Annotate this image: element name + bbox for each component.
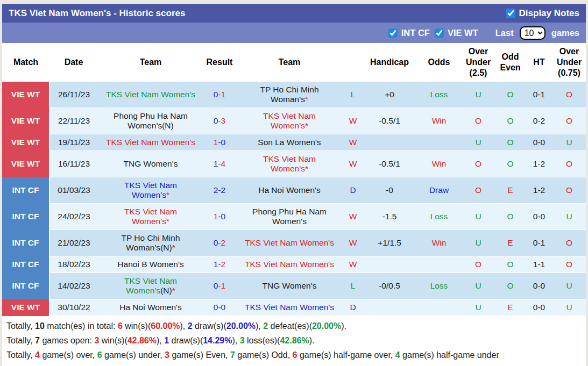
handicap-cell (363, 134, 416, 151)
team-name: Women's (132, 217, 166, 226)
over-under-075-cell: O (552, 82, 586, 108)
summary-segment: game(s) Even, (169, 350, 230, 360)
odds-result: Win (432, 116, 447, 125)
odd-even-letter: O (507, 90, 513, 99)
away-team-cell: TKS Viet Nam Women's (236, 256, 343, 273)
away-score: -3 (218, 116, 225, 125)
summary-segment: 4 (395, 350, 400, 360)
summary-segment: game(s) under, (102, 350, 165, 360)
team-name: TKS Viet Nam (263, 154, 316, 163)
outcome-cell: L (343, 82, 363, 108)
summary-segment: win(s)( (99, 336, 127, 345)
over-under-075-letter: O (566, 238, 572, 247)
over-under-25-cell: U (462, 273, 495, 299)
odds-result: Loss (430, 281, 448, 290)
col-result: Result (203, 43, 236, 82)
odd-even-letter: E (507, 303, 513, 312)
games-label: games (551, 28, 579, 38)
summary-segment: game(s) Odd, (235, 350, 293, 360)
match-league-cell: VIE WT (2, 82, 49, 108)
historic-scores-table: Match Date Team Result Team Handicap Odd… (2, 43, 586, 316)
summary-segment: match(es) in total: (45, 321, 118, 331)
match-league-cell: VIE WT (2, 108, 49, 134)
odd-even-cell: O (495, 204, 526, 230)
page-title: TKS Viet Nam Women's - Historic scores (9, 8, 185, 19)
ht-cell: 0-0 (526, 204, 552, 230)
summary-segment: Totally, (6, 350, 35, 360)
ht-cell: 0-0 (526, 299, 552, 316)
vie-wt-checkbox[interactable] (435, 28, 444, 38)
over-under-075-letter: O (566, 260, 572, 269)
away-team-cell: TKS Viet NamWomen's* (236, 108, 343, 134)
handicap-cell: -0.5/1 (363, 108, 416, 134)
page: TKS Viet Nam Women's - Historic scores D… (0, 0, 588, 366)
over-under-25-cell: O (462, 177, 495, 204)
summary-segment: 4 (35, 350, 40, 360)
summary-segment: win(s)( (123, 321, 151, 331)
table-header: Match Date Team Result Team Handicap Odd… (2, 43, 586, 82)
team-star: * (305, 164, 308, 173)
odd-even-cell: O (495, 151, 526, 177)
display-notes-toggle[interactable]: Display Notes (506, 8, 579, 19)
summary-segment: 42.86% (127, 336, 157, 345)
summary-segment: 7 (230, 350, 235, 360)
summary-segment: Totally, (6, 336, 35, 345)
result-cell: 0-1 (203, 82, 236, 108)
col-away-team: Team (236, 43, 343, 82)
result-cell: 0-1 (203, 273, 236, 299)
result-cell: 0-3 (203, 108, 236, 134)
team-name: Woman's (126, 243, 160, 252)
over-under-075-letter: O (566, 116, 572, 125)
ht-cell: 0-2 (526, 108, 552, 134)
match-league-cell: INT CF (2, 177, 49, 204)
handicap-cell: -0/0.5 (363, 273, 416, 299)
match-league-cell: INT CF (2, 256, 49, 273)
over-under-25-letter: U (475, 238, 481, 247)
away-team-cell: TNG Women's (236, 273, 343, 299)
table-row: INT CF18/02/23Hanoi B Women's1-2TKS Viet… (2, 256, 586, 273)
team-name: Hanoi B Women's (117, 260, 183, 269)
display-notes-checkbox[interactable] (506, 9, 515, 18)
odd-even-cell: E (495, 230, 526, 256)
over-under-25-letter: U (475, 303, 481, 312)
summary-segment: game(s) over, (40, 350, 97, 360)
int-cf-checkbox[interactable] (388, 28, 398, 38)
summary-segment: 1 (164, 336, 169, 345)
team-star: * (305, 95, 308, 104)
away-team-cell: TKS Viet Nam Women's (236, 230, 343, 256)
date-cell: 16/11/23 (49, 151, 98, 177)
vie-wt-toggle[interactable]: VIE WT (435, 28, 478, 38)
summary-segment: ). (341, 321, 346, 331)
team-name: Phong Phu Ha Nam (252, 207, 327, 216)
col-odds: Odds (416, 43, 462, 82)
display-notes-label: Display Notes (519, 8, 579, 19)
match-league-cell: INT CF (2, 204, 49, 230)
handicap-cell: -1.5 (363, 204, 416, 230)
filter-bar: INT CF VIE WT Last 10 games (2, 23, 586, 43)
odds-result: Loss (430, 212, 448, 221)
over-under-25-cell: U (462, 230, 495, 256)
games-count-select[interactable]: 10 (520, 26, 546, 40)
table-row: INT CF14/02/23TKS Viet NamWomen's(N)*0-1… (2, 273, 586, 299)
team-star: * (172, 243, 175, 252)
summary-segment: 3 (165, 350, 169, 360)
table-row: VIE WT16/11/23TNG Women's1-4TKS Viet Nam… (2, 151, 586, 177)
handicap-cell: +0 (363, 82, 416, 108)
date-cell: 26/11/23 (49, 82, 98, 108)
team-name: TKS Viet Nam (124, 181, 177, 190)
result-cell: 1-2 (203, 256, 236, 273)
odds-cell: Loss (416, 82, 462, 108)
team-suffix: (N) (160, 243, 172, 252)
summary-segment: draw(s)( (193, 321, 226, 331)
date-cell: 21/02/23 (49, 230, 98, 256)
date-cell: 14/02/23 (49, 273, 98, 299)
away-team-cell: TKS Viet NamWomen's* (236, 151, 343, 177)
home-team-cell: TKS Viet Nam Women's (98, 134, 203, 151)
summary-segment: 14.29% (203, 336, 232, 345)
team-name: Women's (271, 121, 305, 130)
summary-segment: 2 (263, 321, 268, 331)
over-under-075-cell: O (552, 256, 586, 273)
over-under-25-cell: U (462, 299, 495, 316)
table-row: INT CF24/02/23TKS Viet NamWomen's*1-0Pho… (2, 204, 586, 230)
int-cf-toggle[interactable]: INT CF (388, 28, 430, 38)
